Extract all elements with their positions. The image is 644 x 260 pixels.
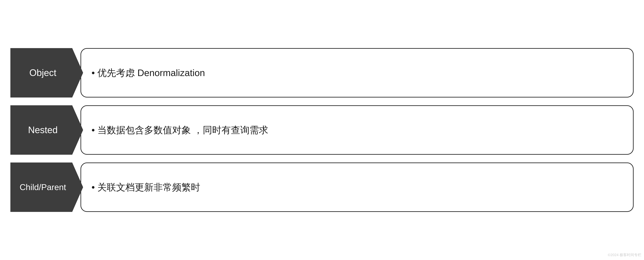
bullet-nested: •: [92, 125, 95, 135]
row-object: Object • 优先考虑 Denormalization: [10, 48, 634, 98]
label-object: Object: [10, 48, 83, 98]
row-child-parent: Child/Parent • 关联文档更新非常频繁时: [10, 162, 634, 212]
main-container: Object • 优先考虑 Denormalization Nested • 当…: [10, 48, 634, 212]
text-child-parent: 关联文档更新非常频繁时: [98, 181, 200, 194]
watermark: ©2024 极客时间专栏: [608, 252, 642, 257]
content-child-parent: • 关联文档更新非常频繁时: [80, 162, 634, 212]
text-object: 优先考虑 Denormalization: [98, 66, 205, 79]
label-nested: Nested: [10, 105, 83, 155]
bullet-child-parent: •: [92, 182, 95, 192]
row-nested: Nested • 当数据包含多数值对象 ，同时有查询需求: [10, 105, 634, 155]
text-nested: 当数据包含多数值对象 ，同时有查询需求: [98, 124, 268, 137]
content-object: • 优先考虑 Denormalization: [80, 48, 634, 98]
label-child-parent: Child/Parent: [10, 162, 83, 212]
content-nested: • 当数据包含多数值对象 ，同时有查询需求: [80, 105, 634, 155]
bullet-object: •: [92, 68, 95, 78]
